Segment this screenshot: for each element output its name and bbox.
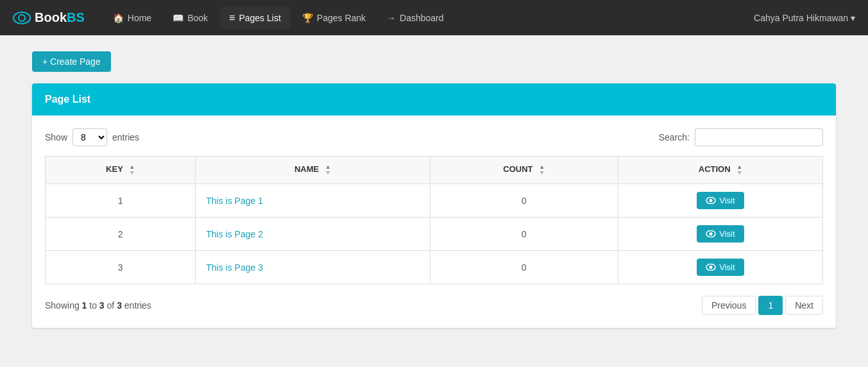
sort-icon-key: ▲▼ xyxy=(129,164,135,176)
navbar: BookBS 🏠 Home 📖 Book ≡ Pages List 🏆 Page… xyxy=(0,0,868,35)
brand-icon xyxy=(13,12,31,24)
main-content: + Create Page Page List Show 8 10 25 50 … xyxy=(0,35,868,344)
page-1-button[interactable]: 1 xyxy=(758,296,783,315)
col-header-name[interactable]: NAME ▲▼ xyxy=(196,157,430,184)
sort-icon-count: ▲▼ xyxy=(539,164,545,176)
col-header-key[interactable]: KEY ▲▼ xyxy=(46,157,196,184)
eye-icon xyxy=(706,264,716,271)
cell-key-1: 2 xyxy=(46,218,196,251)
data-table: KEY ▲▼ NAME ▲▼ COUNT ▲▼ ACTION xyxy=(45,156,823,284)
cell-count-2: 0 xyxy=(430,251,618,284)
nav-label-pages-rank: Pages Rank xyxy=(317,13,366,23)
table-row: 2 This is Page 2 0 Visit xyxy=(46,218,823,251)
cell-action-1: Visit xyxy=(618,218,822,251)
nav-item-dashboard[interactable]: → Dashboard xyxy=(378,8,453,28)
cell-count-0: 0 xyxy=(430,184,618,218)
card-header: Page List xyxy=(32,83,836,115)
svg-point-3 xyxy=(710,199,713,202)
nav-label-home: Home xyxy=(128,13,151,23)
nav-item-pages-rank[interactable]: 🏆 Pages Rank xyxy=(293,8,375,28)
sort-icon-name: ▲▼ xyxy=(325,164,331,176)
cell-key-2: 3 xyxy=(46,251,196,284)
nav-item-home[interactable]: 🏠 Home xyxy=(104,8,160,28)
dashboard-icon: → xyxy=(387,13,396,23)
nav-label-dashboard: Dashboard xyxy=(400,13,444,23)
svg-point-1 xyxy=(19,15,25,21)
brand-text-bs: BS xyxy=(67,10,85,25)
cell-name-1: This is Page 2 xyxy=(196,218,430,251)
nav-label-book: Book xyxy=(187,13,208,23)
cell-name-0: This is Page 1 xyxy=(196,184,430,218)
table-row: 1 This is Page 1 0 Visit xyxy=(46,184,823,218)
search-label: Search: xyxy=(659,132,690,142)
search-box: Search: xyxy=(659,128,823,146)
nav-links: 🏠 Home 📖 Book ≡ Pages List 🏆 Pages Rank … xyxy=(104,7,754,29)
pagination-area: Showing 1 to 3 of 3 entries Previous 1 N… xyxy=(45,296,823,315)
cell-count-1: 0 xyxy=(430,218,618,251)
table-head: KEY ▲▼ NAME ▲▼ COUNT ▲▼ ACTION xyxy=(46,157,823,184)
col-label-count: COUNT xyxy=(503,164,532,174)
svg-point-0 xyxy=(13,12,30,24)
cell-action-0: Visit xyxy=(618,184,822,218)
nav-label-pages-list: Pages List xyxy=(239,13,280,23)
table-controls: Show 8 10 25 50 entries Search: xyxy=(45,128,823,146)
brand-text-book: Book xyxy=(35,10,67,25)
eye-icon xyxy=(706,197,716,204)
col-label-name: NAME xyxy=(294,164,319,174)
svg-point-7 xyxy=(710,266,713,269)
search-input[interactable] xyxy=(695,128,823,146)
col-label-action: ACTION xyxy=(699,164,731,174)
home-icon: 🏠 xyxy=(113,13,124,23)
entries-select[interactable]: 8 10 25 50 xyxy=(72,128,107,146)
book-icon: 📖 xyxy=(173,13,183,23)
sort-icon-action: ▲▼ xyxy=(736,164,742,176)
card-body: Show 8 10 25 50 entries Search: xyxy=(32,115,836,328)
table-row: 3 This is Page 3 0 Visit xyxy=(46,251,823,284)
list-icon: ≡ xyxy=(229,12,235,24)
next-button[interactable]: Next xyxy=(785,296,823,315)
col-header-action[interactable]: ACTION ▲▼ xyxy=(618,157,822,184)
nav-user[interactable]: Cahya Putra Hikmawan xyxy=(754,13,855,23)
entries-label: entries xyxy=(112,132,139,142)
cell-action-2: Visit xyxy=(618,251,822,284)
pagination-info: Showing 1 to 3 of 3 entries xyxy=(45,300,151,311)
brand-logo[interactable]: BookBS xyxy=(13,10,85,25)
show-label: Show xyxy=(45,132,67,142)
visit-button-0[interactable]: Visit xyxy=(697,192,744,209)
show-entries-control: Show 8 10 25 50 entries xyxy=(45,128,139,146)
nav-item-book[interactable]: 📖 Book xyxy=(164,8,217,28)
create-page-button[interactable]: + Create Page xyxy=(32,51,111,72)
eye-icon xyxy=(706,230,716,237)
previous-button[interactable]: Previous xyxy=(702,296,756,315)
cell-key-0: 1 xyxy=(46,184,196,218)
page-list-card: Page List Show 8 10 25 50 entries Search… xyxy=(32,83,836,328)
cell-name-2: This is Page 3 xyxy=(196,251,430,284)
trophy-icon: 🏆 xyxy=(302,13,313,23)
table-header-row: KEY ▲▼ NAME ▲▼ COUNT ▲▼ ACTION xyxy=(46,157,823,184)
visit-button-2[interactable]: Visit xyxy=(697,259,744,276)
pagination-info-text: Showing 1 to 3 of 3 entries xyxy=(45,300,151,311)
col-header-count[interactable]: COUNT ▲▼ xyxy=(430,157,618,184)
col-label-key: KEY xyxy=(106,164,123,174)
nav-item-pages-list[interactable]: ≡ Pages List xyxy=(220,7,290,29)
table-body: 1 This is Page 1 0 Visit 2 This is Page … xyxy=(46,184,823,284)
pagination-controls: Previous 1 Next xyxy=(702,296,823,315)
visit-button-1[interactable]: Visit xyxy=(697,225,744,243)
svg-point-5 xyxy=(710,232,713,235)
